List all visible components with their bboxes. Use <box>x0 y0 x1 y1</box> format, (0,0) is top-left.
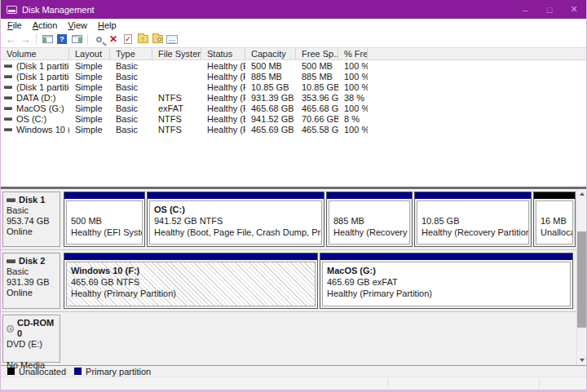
volume-label: (Disk 1 partition 5) <box>16 82 69 92</box>
show-action-pane-button[interactable] <box>69 33 84 46</box>
action-pane-icon <box>72 35 82 43</box>
free-space-cell: 465.68 GB <box>296 104 338 113</box>
type-cell: Basic <box>110 82 152 92</box>
help-button[interactable]: ? <box>55 33 69 46</box>
explore-button[interactable] <box>91 33 106 46</box>
partition-content: 885 MB Healthy (Recovery Partition) <box>329 200 410 244</box>
partition-block-efi[interactable]: 500 MB Healthy (EFI System Partition) <box>64 192 145 247</box>
cdrom-info-panel[interactable]: CD-ROM 0 DVD (E:) No Media <box>2 315 60 363</box>
disk-size: 931.39 GB <box>7 277 58 288</box>
partition-content: Windows 10 (F:) 465.69 GB NTFS Healthy (… <box>66 262 316 306</box>
column-header-layout[interactable]: Layout <box>69 48 110 59</box>
menu-view[interactable]: View <box>68 20 87 30</box>
table-row[interactable]: (Disk 1 partition 4) Simple Basic Health… <box>1 71 586 81</box>
change-drive-letter-button[interactable]: ↑ <box>135 33 150 46</box>
partition-status: Healthy (Primary Partition) <box>327 288 567 299</box>
scroll-up-button[interactable] <box>577 189 586 199</box>
table-row[interactable]: OS (C:) Simple Basic NTFS Healthy (B... … <box>1 113 586 124</box>
magnifier-icon <box>96 37 102 42</box>
layout-cell: Simple <box>69 82 110 92</box>
cdrom-row: CD-ROM 0 DVD (E:) No Media <box>1 312 576 365</box>
status-cell: Healthy (E... <box>201 61 245 71</box>
status-cell: Healthy (P... <box>201 93 245 103</box>
partition-block-recovery-2[interactable]: 10.85 GB Healthy (Recovery Partition) <box>414 192 532 247</box>
free-space-cell: 10.85 GB <box>296 82 338 92</box>
column-header-volume[interactable]: Volume <box>1 48 69 59</box>
table-row[interactable]: (Disk 1 partition 1) Simple Basic Health… <box>1 60 586 71</box>
pct-free-cell: 100 % <box>338 104 368 113</box>
maximize-button[interactable]: □ <box>537 0 562 19</box>
partition-size: 465.69 GB NTFS <box>71 276 311 288</box>
volume-label: DATA (D:) <box>16 93 55 103</box>
volume-cell: DATA (D:) <box>1 93 69 103</box>
minimize-button[interactable]: – <box>513 0 537 19</box>
capacity-cell: 931.39 GB <box>245 93 296 103</box>
layout-cell: Simple <box>69 114 110 124</box>
help-icon: ? <box>57 34 67 44</box>
toolbar-separator <box>36 34 37 45</box>
capacity-cell: 465.69 GB <box>245 125 296 134</box>
menu-action[interactable]: Action <box>33 20 58 30</box>
scroll-down-icon <box>580 359 585 362</box>
status-bar-divider <box>387 379 388 388</box>
status-cell: Healthy (R... <box>201 82 245 92</box>
properties-button[interactable] <box>165 33 179 46</box>
scroll-down-button[interactable] <box>577 355 586 365</box>
partition-block-recovery-1[interactable]: 885 MB Healthy (Recovery Partition) <box>326 192 413 247</box>
layout-cell: Simple <box>69 93 110 103</box>
unallocated-block[interactable]: 16 MB Unallocated <box>533 192 576 247</box>
column-header-free-space[interactable]: Free Sp... <box>296 48 338 59</box>
file-system-cell: NTFS <box>152 93 201 103</box>
volume-label: Windows 10 (F:) <box>16 125 69 134</box>
back-button[interactable]: ← <box>3 33 18 46</box>
mark-active-button[interactable]: ✓ <box>121 33 135 46</box>
delete-volume-button[interactable]: ✕ <box>106 33 121 46</box>
volume-list: Volume Layout Type File System Status Ca… <box>1 48 586 187</box>
forward-button[interactable]: → <box>18 33 33 46</box>
partition-status: Healthy (EFI System Partition) <box>71 227 139 238</box>
volume-label: OS (C:) <box>16 114 46 124</box>
properties-icon <box>166 35 178 44</box>
type-cell: Basic <box>110 104 152 113</box>
disk-kind: Basic <box>7 205 58 216</box>
legend-primary-label: Primary partition <box>86 367 151 377</box>
table-row[interactable]: (Disk 1 partition 5) Simple Basic Health… <box>1 81 586 92</box>
column-header-pct-free[interactable]: % Free <box>338 48 368 59</box>
show-console-tree-button[interactable] <box>40 33 55 46</box>
column-header-file-system[interactable]: File System <box>152 48 201 59</box>
scrollbar-thumb[interactable] <box>577 231 586 328</box>
column-header-status[interactable]: Status <box>201 48 245 59</box>
disk-management-window: Disk Management – □ ✕ File Action View H… <box>0 0 587 392</box>
partition-size: 500 MB <box>71 215 139 227</box>
menu-file[interactable]: File <box>7 20 22 30</box>
column-header-type[interactable]: Type <box>110 48 152 59</box>
mini-magnifier-icon <box>157 37 161 42</box>
partition-size: 16 MB <box>541 215 569 227</box>
column-header-filler <box>368 48 586 59</box>
back-icon: ← <box>6 34 16 45</box>
table-row[interactable]: Windows 10 (F:) Simple Basic NTFS Health… <box>1 124 586 134</box>
table-row[interactable]: DATA (D:) Simple Basic NTFS Healthy (P..… <box>1 92 586 103</box>
partition-title: Windows 10 (F:) <box>71 265 311 276</box>
menu-help[interactable]: Help <box>98 20 117 30</box>
file-system-cell: NTFS <box>152 125 201 134</box>
disk-1-info-panel[interactable]: Disk 1 Basic 953.74 GB Online <box>2 192 60 247</box>
capacity-cell: 885 MB <box>245 72 296 81</box>
partition-block-os-c[interactable]: OS (C:) 941.52 GB NTFS Healthy (Boot, Pa… <box>147 192 324 247</box>
disk-1-graphic: 500 MB Healthy (EFI System Partition) OS… <box>64 192 576 247</box>
file-system-cell: NTFS <box>152 114 201 124</box>
vertical-scrollbar[interactable] <box>576 189 586 365</box>
layout-cell: Simple <box>69 72 110 81</box>
disk-2-info-panel[interactable]: Disk 2 Basic 931.39 GB Online <box>2 253 60 309</box>
delete-icon: ✕ <box>109 34 117 44</box>
pct-free-cell: 100 % <box>338 125 368 134</box>
table-row[interactable]: MacOS (G:) Simple Basic exFAT Healthy (P… <box>1 103 586 113</box>
pct-free-cell: 100 % <box>338 82 368 92</box>
column-header-capacity[interactable]: Capacity <box>245 48 296 59</box>
partition-size: 10.85 GB <box>421 215 525 227</box>
close-button[interactable]: ✕ <box>562 0 586 19</box>
partition-block-windows-10-f[interactable]: Windows 10 (F:) 465.69 GB NTFS Healthy (… <box>64 253 318 309</box>
partition-block-macos-g[interactable]: MacOS (G:) 465.69 GB exFAT Healthy (Prim… <box>320 253 573 309</box>
open-folder-button[interactable] <box>150 33 165 46</box>
volume-cell: Windows 10 (F:) <box>1 125 69 134</box>
